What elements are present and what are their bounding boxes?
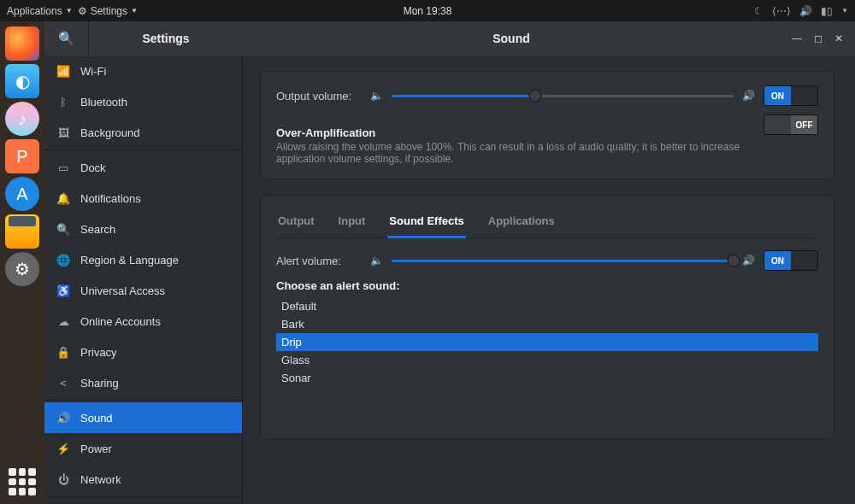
sidebar-item-sharing[interactable]: <Sharing (44, 367, 242, 398)
alert-sound-item[interactable]: Sonar (276, 369, 818, 387)
alert-volume-row: Alert volume: 🔈 🔊 ON (276, 250, 818, 271)
sidebar-item-background[interactable]: 🖼Background (44, 117, 242, 148)
sidebar-item-bluetooth[interactable]: ᛒBluetooth (44, 86, 242, 117)
sidebar-item-label: Region & Language (80, 254, 179, 267)
output-volume-slider[interactable] (392, 87, 734, 104)
sidebar-item-icon: 🌐 (56, 254, 70, 267)
tab-input[interactable]: Input (337, 209, 368, 237)
content-pane: Output volume: 🔈 🔊 ON (243, 56, 855, 504)
night-icon[interactable]: ☾ (754, 5, 764, 17)
sidebar-item-label: Wi-Fi (80, 65, 106, 78)
sidebar-item-search[interactable]: 🔍Search (44, 214, 242, 244)
alert-sound-item[interactable]: Default (276, 297, 818, 315)
alert-sound-list: DefaultBarkDripGlassSonar (276, 297, 818, 387)
sidebar-item-icon: 🔍 (56, 223, 70, 236)
sidebar-item-label: Online Accounts (80, 315, 161, 328)
over-amplification-title: Over-Amplification (276, 126, 753, 139)
sidebar-item-label: Sound (80, 412, 113, 425)
volume-icon[interactable]: 🔊 (799, 5, 812, 17)
chevron-down-icon: ▼ (66, 7, 73, 15)
output-panel: Output volume: 🔈 🔊 ON (260, 71, 834, 179)
over-amplification-toggle[interactable]: OFF (764, 114, 818, 135)
sidebar-item-icon: ▭ (56, 161, 70, 174)
window-controls: — ◻ ✕ (780, 32, 855, 44)
sidebar-item-icon: ♿ (56, 284, 70, 297)
over-amplification-row: Over-Amplification Allows raising the vo… (276, 114, 818, 165)
dock-icon-music[interactable]: ♪ (5, 102, 39, 136)
sidebar-item-notifications[interactable]: 🔔Notifications (44, 183, 242, 214)
volume-low-icon: 🔈 (370, 255, 383, 267)
dock-icon-presentation[interactable]: P (5, 139, 39, 173)
sidebar-title: Settings (89, 32, 243, 45)
tab-sound-effects[interactable]: Sound Effects (387, 209, 465, 238)
sidebar-item-region-language[interactable]: 🌐Region & Language (44, 244, 242, 275)
sidebar-item-label: Dock (80, 161, 106, 174)
sidebar-item-online-accounts[interactable]: ☁Online Accounts (44, 306, 242, 337)
sidebar-item-label: Background (80, 126, 139, 139)
sidebar-item-icon: ⚡ (56, 442, 70, 455)
sidebar-item-devices[interactable]: ⌨Devices› (44, 499, 242, 504)
alert-sound-item[interactable]: Drip (276, 333, 818, 351)
sidebar-item-icon: ⏻ (56, 473, 70, 486)
sound-tabs: OutputInputSound EffectsApplications (276, 209, 818, 238)
sidebar-item-label: Universal Access (80, 284, 165, 297)
sidebar-item-icon: ☁ (56, 315, 70, 328)
sidebar-item-privacy[interactable]: 🔒Privacy (44, 337, 242, 367)
sound-effects-panel: OutputInputSound EffectsApplications Ale… (260, 195, 834, 439)
maximize-button[interactable]: ◻ (814, 32, 823, 44)
alert-sound-item[interactable]: Glass (276, 351, 818, 369)
alert-volume-label: Alert volume: (276, 255, 362, 267)
sidebar-item-dock[interactable]: ▭Dock (44, 152, 242, 183)
tab-applications[interactable]: Applications (486, 209, 557, 237)
sidebar-item-label: Bluetooth (80, 96, 127, 108)
output-volume-label: Output volume: (276, 90, 362, 103)
network-icon[interactable]: ⟨⋯⟩ (772, 5, 791, 17)
output-volume-toggle[interactable]: ON (764, 85, 818, 106)
sidebar-item-icon: 🔔 (56, 192, 70, 205)
volume-high-icon: 🔊 (742, 90, 755, 102)
minimize-button[interactable]: — (792, 32, 802, 44)
sidebar-item-sound[interactable]: 🔊Sound (44, 402, 242, 433)
applications-menu-label: Applications (7, 5, 62, 17)
sidebar-item-icon: < (56, 377, 70, 390)
sidebar-item-icon: 📶 (56, 65, 70, 78)
settings-window: 🔍 Settings Sound — ◻ ✕ 📶Wi-FiᛒBluetooth🖼… (44, 21, 855, 504)
sidebar-item-icon: 🔊 (56, 412, 70, 425)
close-button[interactable]: ✕ (834, 32, 843, 44)
chevron-down-icon: ▼ (841, 7, 848, 15)
toggle-on-label: ON (764, 251, 791, 270)
clock[interactable]: Mon 19:38 (404, 5, 452, 17)
dock-icon-finder[interactable]: ◐ (5, 64, 39, 98)
settings-icon: ⚙ (78, 5, 87, 17)
sidebar-item-label: Privacy (80, 346, 117, 359)
dock: ◐ ♪ P A ⚙ (0, 21, 44, 504)
tab-output[interactable]: Output (276, 209, 316, 237)
applications-menu[interactable]: Applications ▼ (7, 5, 73, 17)
choose-alert-label: Choose an alert sound: (276, 279, 818, 292)
dock-icon-settings[interactable]: ⚙ (5, 252, 39, 286)
toggle-off-label (791, 251, 817, 270)
dock-icon-appstore[interactable]: A (5, 177, 39, 211)
sidebar-item-network[interactable]: ⏻Network (44, 464, 242, 495)
search-button[interactable]: 🔍 (44, 21, 89, 56)
sidebar-item-universal-access[interactable]: ♿Universal Access (44, 275, 242, 306)
over-amplification-desc: Allows raising the volume above 100%. Th… (276, 141, 753, 165)
battery-icon[interactable]: ▮▯ (821, 5, 833, 17)
show-applications-button[interactable] (9, 468, 36, 495)
alert-volume-slider[interactable] (392, 252, 734, 269)
dock-icon-usb-drive[interactable] (5, 214, 39, 249)
system-tray[interactable]: ☾ ⟨⋯⟩ 🔊 ▮▯ ▼ (754, 5, 848, 17)
sidebar-item-icon: 🖼 (56, 126, 70, 139)
titlebar: 🔍 Settings Sound — ◻ ✕ (44, 21, 855, 56)
sidebar-item-label: Search (80, 223, 115, 236)
alert-sound-item[interactable]: Bark (276, 315, 818, 333)
top-panel: Applications ▼ ⚙ Settings ▼ Mon 19:38 ☾ … (0, 0, 855, 21)
alert-volume-toggle[interactable]: ON (764, 250, 818, 271)
sidebar-item-wi-fi[interactable]: 📶Wi-Fi (44, 56, 242, 86)
sidebar-item-label: Notifications (80, 192, 141, 205)
dock-icon-firefox[interactable] (5, 26, 39, 61)
active-window-menu[interactable]: ⚙ Settings ▼ (78, 5, 138, 17)
volume-low-icon: 🔈 (370, 90, 383, 102)
sidebar-item-power[interactable]: ⚡Power (44, 433, 242, 464)
active-window-label: Settings (91, 5, 127, 17)
